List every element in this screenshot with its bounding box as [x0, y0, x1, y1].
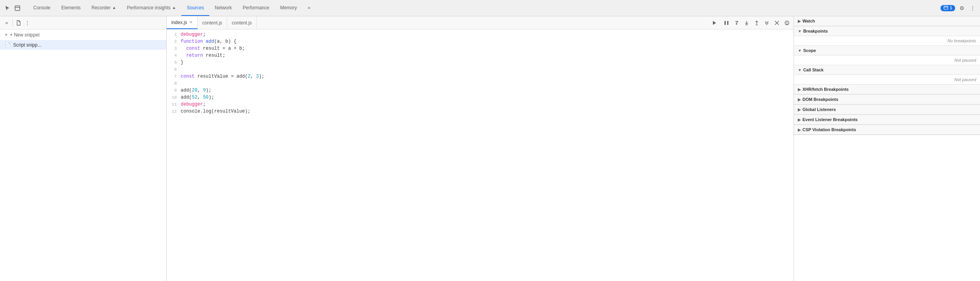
- tab-more[interactable]: »: [302, 0, 316, 16]
- file-tabs: index.js ✕ content.js content.js: [167, 16, 794, 29]
- tab-sources[interactable]: Sources: [181, 0, 209, 16]
- file-tab-content-js-1[interactable]: content.js: [198, 16, 227, 29]
- code-line-2: 2 function add(a, b) {: [167, 38, 794, 45]
- chevron-more-icon[interactable]: »: [2, 19, 11, 27]
- section-breakpoints-header[interactable]: ▼ Breakpoints: [794, 26, 980, 36]
- file-tab-content-js-2[interactable]: content.js: [227, 16, 257, 29]
- close-tab-icon[interactable]: ✕: [189, 20, 193, 25]
- section-call-stack: ▼ Call Stack Not paused: [794, 65, 980, 85]
- more-options-icon[interactable]: ⋮: [968, 4, 977, 12]
- section-scope-header[interactable]: ▼ Scope: [794, 46, 980, 56]
- svg-marker-4: [713, 21, 716, 25]
- code-line-4: 4 return result;: [167, 52, 794, 59]
- pause-icon[interactable]: [722, 19, 731, 27]
- section-global-listeners: ▶ Global Listeners: [794, 105, 980, 115]
- section-breakpoints: ▼ Breakpoints No breakpoints: [794, 26, 980, 46]
- cursor-icon[interactable]: [3, 4, 12, 12]
- tab-network[interactable]: Network: [209, 0, 237, 16]
- section-dom-breakpoints: ▶ DOM Breakpoints: [794, 95, 980, 105]
- call-stack-body: Not paused: [794, 75, 980, 84]
- svg-rect-6: [727, 21, 728, 25]
- toolbar-left-icons: [3, 4, 22, 12]
- step-into-icon[interactable]: [742, 19, 751, 27]
- toolbar-right: 1 ⚙ ⋮: [940, 4, 977, 12]
- editor-panel: index.js ✕ content.js content.js: [167, 16, 794, 281]
- snippet-name: Script snipp...: [13, 42, 41, 48]
- svg-point-16: [787, 24, 787, 24]
- divider: [12, 19, 13, 26]
- csp-arrow-icon: ▶: [798, 128, 801, 132]
- code-line-11: 11 debugger;: [167, 101, 794, 108]
- watch-arrow-icon: ▶: [798, 19, 801, 23]
- main-content: » ⋮ + + New snippet 📄 Script snipp...: [0, 16, 980, 281]
- tab-elements[interactable]: Elements: [56, 0, 86, 16]
- section-xhr-fetch: ▶ XHR/fetch Breakpoints: [794, 85, 980, 95]
- file-tab-index-js[interactable]: index.js ✕: [167, 16, 198, 29]
- sidebar-toolbar: » ⋮: [0, 16, 166, 29]
- code-line-1: 1 debugger;: [167, 31, 794, 38]
- tab-memory[interactable]: Memory: [275, 0, 302, 16]
- tab-console[interactable]: Console: [28, 0, 56, 16]
- section-call-stack-header[interactable]: ▼ Call Stack: [794, 65, 980, 75]
- tab-performance[interactable]: Performance: [237, 0, 275, 16]
- tab-performance-insights[interactable]: Performance insights ▲: [121, 0, 181, 16]
- code-line-7: 7 const resultValue = add(2, 3);: [167, 73, 794, 80]
- section-dom-breakpoints-header[interactable]: ▶ DOM Breakpoints: [794, 95, 980, 104]
- tab-recorder[interactable]: Recorder ▲: [86, 0, 121, 16]
- call-stack-arrow-icon: ▼: [798, 68, 802, 72]
- section-watch-header[interactable]: ▶ Watch: [794, 16, 980, 26]
- scope-body: Not paused: [794, 56, 980, 65]
- breakpoints-body: No breakpoints: [794, 36, 980, 45]
- section-global-listeners-header[interactable]: ▶ Global Listeners: [794, 105, 980, 114]
- recorder-icon: ▲: [112, 5, 116, 10]
- section-xhr-fetch-header[interactable]: ▶ XHR/fetch Breakpoints: [794, 85, 980, 94]
- dock-icon[interactable]: [13, 4, 22, 12]
- breakpoints-arrow-icon: ▼: [798, 29, 802, 33]
- new-snippet-button[interactable]: + + New snippet: [0, 29, 166, 40]
- svg-rect-5: [725, 21, 726, 25]
- kebab-menu-icon[interactable]: ⋮: [23, 19, 31, 27]
- dom-arrow-icon: ▶: [798, 97, 801, 102]
- pause-on-exceptions-icon[interactable]: [783, 19, 791, 27]
- performance-insights-icon: ▲: [172, 5, 176, 10]
- event-arrow-icon: ▶: [798, 118, 801, 122]
- section-watch: ▶ Watch: [794, 16, 980, 26]
- code-line-3: 3 const result = a + b;: [167, 45, 794, 52]
- section-event-listener: ▶ Event Listener Breakpoints: [794, 115, 980, 125]
- section-event-listener-header[interactable]: ▶ Event Listener Breakpoints: [794, 115, 980, 125]
- file-icon[interactable]: [14, 19, 23, 27]
- right-panel: ▶ Watch ▼ Breakpoints No breakpoints ▼ S…: [794, 16, 980, 281]
- section-csp-violation: ▶ CSP Violation Breakpoints: [794, 125, 980, 135]
- nav-tabs: Console Elements Recorder ▲ Performance …: [28, 0, 940, 16]
- global-arrow-icon: ▶: [798, 108, 801, 112]
- step-out-icon[interactable]: [752, 19, 761, 27]
- code-line-12: 12 console.log(resultValue);: [167, 108, 794, 115]
- svg-rect-2: [944, 6, 948, 9]
- sidebar-panel: » ⋮ + + New snippet 📄 Script snipp...: [0, 16, 167, 281]
- code-line-8: 8: [167, 80, 794, 87]
- code-line-6: 6: [167, 66, 794, 73]
- code-line-9: 9 add(20, 9);: [167, 87, 794, 94]
- plus-icon: +: [5, 32, 8, 38]
- sidebar-content: + + New snippet 📄 Script snipp...: [0, 29, 166, 281]
- deactivate-breakpoints-icon[interactable]: [773, 19, 781, 27]
- settings-icon[interactable]: ⚙: [958, 4, 966, 12]
- top-toolbar: Console Elements Recorder ▲ Performance …: [0, 0, 980, 16]
- code-line-10: 10 add(52, 50);: [167, 94, 794, 101]
- step-icon[interactable]: [763, 19, 771, 27]
- section-scope: ▼ Scope Not paused: [794, 46, 980, 65]
- section-csp-violation-header[interactable]: ▶ CSP Violation Breakpoints: [794, 125, 980, 135]
- snippet-item[interactable]: 📄 Script snipp...: [0, 40, 166, 50]
- xhr-arrow-icon: ▶: [798, 87, 801, 92]
- code-line-5: 5 }: [167, 59, 794, 66]
- new-snippet-label: + New snippet: [10, 32, 40, 38]
- step-over-icon[interactable]: [732, 19, 741, 27]
- run-script-button[interactable]: [709, 17, 720, 28]
- code-editor[interactable]: 1 debugger; 2 function add(a, b) { 3 con…: [167, 29, 794, 281]
- scope-arrow-icon: ▼: [798, 49, 802, 53]
- debug-toolbar: [720, 19, 794, 27]
- snippet-file-icon: 📄: [5, 42, 11, 48]
- notifications-badge[interactable]: 1: [940, 5, 955, 11]
- svg-rect-0: [15, 6, 20, 10]
